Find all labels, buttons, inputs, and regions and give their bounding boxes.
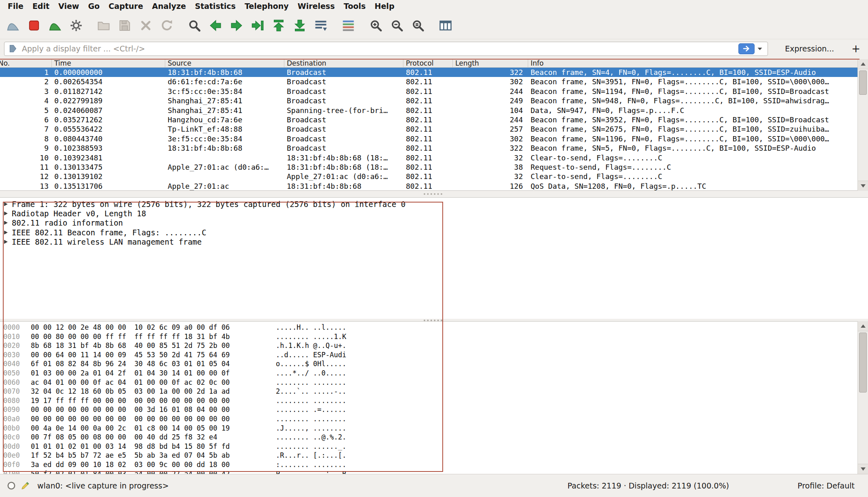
packet-row[interactable]: 100.10392348118:31:bf:4b:8b:68 (18:…802.…: [0, 153, 868, 162]
go-to-last-packet-button[interactable]: [289, 15, 310, 36]
column-header-protocol[interactable]: Protocol: [403, 59, 453, 67]
reload-file-button[interactable]: [156, 15, 177, 36]
packet-row[interactable]: 60.035271262Hangzhou_cd:7a:6eBroadcast80…: [0, 115, 868, 124]
find-packet-button[interactable]: [184, 15, 205, 36]
hex-bytes: 00 4a 0e 14 00 0a 00 2c 01 c8 00 14 00 0…: [31, 424, 241, 433]
menu-item-tools[interactable]: Tools: [339, 2, 370, 11]
cell-info: Data, SN=947, FN=0, Flags=.p....F.C: [528, 106, 868, 115]
hex-row[interactable]: 00d001 01 01 02 01 00 03 14 98 d8 bd b4 …: [0, 442, 868, 451]
menu-item-help[interactable]: Help: [370, 2, 399, 11]
zoom-original-button[interactable]: [407, 15, 429, 36]
display-filter-input[interactable]: [22, 44, 738, 53]
start-capture-button[interactable]: [2, 15, 23, 36]
packet-row[interactable]: 70.055536422Tp-LinkT_ef:48:88Broadcast80…: [0, 124, 868, 134]
menu-item-view[interactable]: View: [54, 2, 83, 11]
scroll-up-button[interactable]: [858, 321, 868, 331]
hex-row[interactable]: 00406f 01 08 82 84 8b 96 24 30 48 6c 03 …: [0, 359, 868, 369]
packet-row[interactable]: 10.00000000018:31:bf:4b:8b:68Broadcast80…: [0, 68, 868, 77]
hex-row[interactable]: 008019 17 ff ff ff 00 00 00 00 00 00 00 …: [0, 396, 868, 405]
column-header-no[interactable]: No.: [0, 59, 52, 67]
hex-row[interactable]: 010050 f2 02 01 01 84 00 03 a4 00 00 27 …: [0, 469, 868, 474]
hex-row[interactable]: 001000 00 80 00 00 00 ff ff ff ff ff ff …: [0, 332, 868, 341]
hex-row[interactable]: 00e01f 52 b4 b5 b7 72 ae e5 5b ab 3a ed …: [0, 451, 868, 460]
resize-columns-button[interactable]: [435, 15, 456, 36]
packet-detail-row[interactable]: Radiotap Header v0, Length 18: [0, 209, 868, 218]
cell-length: 32: [453, 153, 528, 162]
stop-capture-button[interactable]: [23, 15, 45, 36]
packet-detail-row[interactable]: Frame 1: 322 bytes on wire (2576 bits), …: [0, 199, 868, 209]
menu-item-edit[interactable]: Edit: [28, 2, 54, 11]
scroll-down-button[interactable]: [858, 464, 868, 474]
filter-history-dropdown[interactable]: [755, 43, 766, 54]
packet-row[interactable]: 30.0118271423c:f5:cc:0e:35:84Broadcast80…: [0, 87, 868, 96]
profile-button[interactable]: Profile: Default: [798, 481, 855, 490]
go-to-first-packet-button[interactable]: [268, 15, 289, 36]
column-header-info[interactable]: Info: [528, 59, 868, 67]
go-back-button[interactable]: [205, 15, 226, 36]
packet-bytes-pane[interactable]: 000000 00 12 00 2e 48 00 00 10 02 6c 09 …: [0, 321, 868, 474]
column-header-time[interactable]: Time: [52, 59, 165, 67]
expression-button[interactable]: Expression...: [785, 44, 834, 53]
colorize-button[interactable]: [338, 15, 359, 36]
menu-item-go[interactable]: Go: [83, 2, 104, 11]
cell-time: 0.000000000: [52, 68, 165, 77]
column-header-source[interactable]: Source: [165, 59, 284, 67]
open-file-button[interactable]: [93, 15, 114, 36]
hex-bytes: 32 04 0c 12 18 60 0b 05 03 00 1a 00 00 2…: [31, 387, 241, 396]
menu-item-analyze[interactable]: Analyze: [147, 2, 190, 11]
restart-capture-button[interactable]: [45, 15, 66, 36]
menu-item-file[interactable]: File: [3, 2, 28, 11]
menu-item-telephony[interactable]: Telephony: [240, 2, 293, 11]
packet-detail-row[interactable]: IEEE 802.11 wireless LAN management fram…: [0, 237, 868, 246]
hex-row[interactable]: 00208b 68 18 31 bf 4b 8b 68 40 00 85 51 …: [0, 341, 868, 350]
apply-filter-button[interactable]: [738, 43, 755, 54]
packet-detail-row[interactable]: 802.11 radio information: [0, 218, 868, 228]
hex-ascii: ........ ......_.: [276, 442, 346, 451]
packet-detail-row[interactable]: IEEE 802.11 Beacon frame, Flags: .......…: [0, 228, 868, 237]
capture-options-button[interactable]: [66, 15, 87, 36]
packet-row[interactable]: 20.002654354d6:61:fe:cd:7a:6eBroadcast80…: [0, 77, 868, 86]
expert-info-icon[interactable]: [6, 481, 16, 491]
hex-row[interactable]: 00f03a ed dd 09 00 10 18 02 03 00 9c 00 …: [0, 460, 868, 469]
hex-row[interactable]: 005001 03 00 00 2a 01 04 2f 01 04 30 14 …: [0, 369, 868, 378]
menu-item-statistics[interactable]: Statistics: [190, 2, 240, 11]
add-filter-button[interactable]: +: [848, 43, 864, 55]
column-header-destination[interactable]: Destination: [284, 59, 403, 67]
go-forward-button[interactable]: [226, 15, 247, 36]
packet-row[interactable]: 110.130133475Apple_27:01:ac (d0:a6:…18:3…: [0, 162, 868, 172]
packet-list-scrollbar[interactable]: [857, 59, 868, 191]
hex-row[interactable]: 007032 04 0c 12 18 60 0b 05 03 00 1a 00 …: [0, 387, 868, 396]
hex-row[interactable]: 0060ac 04 01 00 00 0f ac 04 01 00 00 0f …: [0, 378, 868, 387]
hex-row[interactable]: 003000 00 64 00 11 14 00 09 45 53 50 2d …: [0, 350, 868, 360]
bytes-pane-scrollbar[interactable]: [857, 321, 868, 474]
display-filter-field[interactable]: [4, 42, 768, 56]
hex-row[interactable]: 00b000 4a 0e 14 00 0a 00 2c 01 c8 00 14 …: [0, 424, 868, 433]
hex-row[interactable]: 00a000 00 00 00 00 00 00 00 00 00 00 00 …: [0, 414, 868, 424]
packet-row[interactable]: 40.022799189Shanghai_27:85:41Broadcast80…: [0, 96, 868, 105]
scrollbar-thumb[interactable]: [859, 70, 867, 95]
packet-row[interactable]: 130.135131706Apple_27:01:ac18:31:bf:4b:8…: [0, 181, 868, 191]
zoom-in-button[interactable]: [365, 15, 386, 36]
zoom-out-button[interactable]: [386, 15, 407, 36]
bookmark-icon[interactable]: [8, 44, 18, 53]
column-header-length[interactable]: Length: [453, 59, 528, 67]
packet-row[interactable]: 50.024060087Shanghai_27:85:41Spanning-tr…: [0, 106, 868, 115]
hex-row[interactable]: 000000 00 12 00 2e 48 00 00 10 02 6c 09 …: [0, 323, 868, 332]
go-to-packet-button[interactable]: [247, 15, 268, 36]
packet-row[interactable]: 90.10238859318:31:bf:4b:8b:68Broadcast80…: [0, 143, 868, 153]
close-file-button[interactable]: [135, 15, 156, 36]
menu-item-capture[interactable]: Capture: [104, 2, 147, 11]
scroll-down-button[interactable]: [858, 181, 868, 191]
hex-row[interactable]: 009000 00 00 00 00 00 00 00 00 3d 16 01 …: [0, 405, 868, 414]
pane-splitter-handle[interactable]: [424, 193, 442, 195]
cell-source: 3c:f5:cc:0e:35:84: [165, 87, 284, 96]
scrollbar-thumb[interactable]: [859, 333, 867, 392]
menu-item-wireless[interactable]: Wireless: [293, 2, 339, 11]
packet-row[interactable]: 80.0804437403e:f5:cc:0e:35:84Broadcast80…: [0, 134, 868, 143]
packet-row[interactable]: 120.130139102Apple_27:01:ac (d0:a6:…802.…: [0, 172, 868, 181]
hex-row[interactable]: 00c000 7f 08 05 00 08 00 00 00 40 dd 25 …: [0, 433, 868, 442]
auto-scroll-button[interactable]: [310, 15, 331, 36]
save-file-button[interactable]: [114, 15, 135, 36]
scroll-up-button[interactable]: [858, 59, 868, 69]
capture-comment-icon[interactable]: [20, 481, 30, 491]
